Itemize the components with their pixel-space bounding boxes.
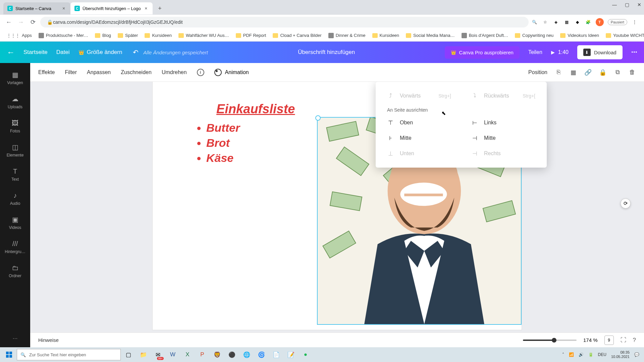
tray-volume-icon[interactable]: 🔊 [579, 352, 584, 357]
adjust-button[interactable]: Anpassen [87, 69, 111, 75]
bookmark-item[interactable]: Kursideen [142, 32, 174, 39]
sidebar-item-photos[interactable]: 🖼Fotos [0, 114, 30, 138]
send-backward-button[interactable]: ⤵ Rückwärts Strg+[ [471, 90, 535, 101]
notes-button[interactable]: Hinweise [38, 337, 59, 343]
bookmark-item[interactable]: Produktsuche - Mer… [36, 32, 91, 40]
align-bottom-button[interactable]: ⊥Unten [387, 148, 451, 159]
bookmark-item[interactable]: Youtube WICHTIG [603, 32, 644, 39]
bookmark-item[interactable]: Blog [92, 32, 114, 39]
file-menu[interactable]: Datei [56, 49, 70, 56]
taskbar-app-brave[interactable]: 🦁 [210, 349, 224, 361]
filter-button[interactable]: Filter [65, 69, 77, 75]
back-button[interactable]: ← [4, 17, 13, 27]
help-icon[interactable]: ? [633, 337, 636, 344]
taskbar-app-notepad[interactable]: 📝 [284, 349, 298, 361]
maximize-button[interactable]: ▢ [625, 2, 629, 7]
animation-button[interactable]: Animation [214, 69, 249, 76]
resize-button[interactable]: Größe ändern [78, 49, 122, 56]
info-icon[interactable]: i [197, 69, 204, 76]
bookmark-item[interactable]: Social Media Mana… [403, 32, 458, 39]
taskbar-search[interactable]: 🔍Zur Suche Text hier eingeben [17, 349, 121, 360]
profile-avatar[interactable]: T [596, 18, 604, 26]
home-link[interactable]: Startseite [23, 49, 48, 56]
transparency-icon[interactable]: ▦ [570, 69, 577, 76]
align-middle-h-button[interactable]: ⊣Mitte [471, 133, 535, 143]
new-tab-button[interactable]: + [155, 3, 165, 13]
sidebar-item-folder[interactable]: 🗀Ordner [0, 259, 30, 283]
apps-button[interactable]: ⋮⋮⋮Apps [4, 32, 35, 39]
reload-button[interactable]: ⟳ [28, 17, 38, 27]
copy-style-icon[interactable]: ⎘ [555, 69, 562, 76]
sidebar-item-text[interactable]: TText [0, 162, 30, 186]
zoom-value[interactable]: 174 % [583, 337, 598, 343]
bookmark-item[interactable]: Kursideen [370, 32, 402, 39]
lock-icon[interactable]: 🔒 [599, 69, 606, 76]
tray-notifications-icon[interactable]: 💬 [634, 352, 639, 357]
sidebar-item-background[interactable]: ///Hintergru… [0, 235, 30, 259]
task-view-button[interactable]: ▢ [121, 349, 136, 361]
taskbar-app[interactable]: 📄 [269, 349, 283, 361]
tray-language[interactable]: DEU [598, 352, 606, 357]
back-icon[interactable]: ← [7, 48, 15, 57]
bring-forward-button[interactable]: ⤴ Vorwärts Strg+] [387, 90, 451, 101]
align-top-button[interactable]: ⊤Oben [387, 117, 451, 128]
bookmark-item[interactable]: PDF Report [233, 32, 269, 39]
position-button[interactable]: Position [528, 69, 547, 75]
zoom-slider[interactable] [523, 340, 577, 341]
taskbar-app-mail[interactable]: ✉99+ [151, 349, 165, 361]
bookmark-item[interactable]: Dinner & Crime [326, 32, 368, 40]
document-title[interactable]: Überschrift hinzufügen [298, 49, 355, 56]
tray-battery-icon[interactable]: 🔋 [588, 352, 593, 357]
download-button[interactable]: Download [577, 45, 623, 59]
text-list[interactable]: Butter Brot Käse [196, 121, 240, 167]
taskbar-app-word[interactable]: W [166, 349, 180, 361]
extension-icon[interactable]: ◈ [553, 19, 559, 25]
taskbar-app-edge[interactable]: 🌀 [254, 349, 268, 361]
bookmark-item[interactable]: Videokurs Ideen [557, 32, 602, 39]
extension-icon[interactable]: ◆ [574, 19, 581, 25]
taskbar-app-obs[interactable]: ⚫ [225, 349, 239, 361]
tray-chevron-icon[interactable]: ˄ [562, 352, 564, 357]
bookmark-item[interactable]: Copywriting neu [512, 32, 556, 39]
minimize-button[interactable]: — [612, 2, 617, 7]
bookmark-item[interactable]: Cload + Canva Bilder [270, 32, 324, 39]
sidebar-more[interactable]: ··· [7, 329, 23, 347]
close-icon[interactable]: × [143, 6, 149, 11]
puzzle-icon[interactable]: 🧩 [585, 19, 592, 25]
star-icon[interactable]: ☆ [542, 19, 549, 25]
bookmark-item[interactable]: Wahlfächer WU Aus… [176, 32, 232, 39]
link-icon[interactable]: 🔗 [584, 69, 592, 76]
sync-paused-badge[interactable]: Pausiert [608, 19, 627, 25]
try-pro-button[interactable]: Canva Pro ausprobieren [445, 46, 520, 59]
taskbar-app-powerpoint[interactable]: P [195, 349, 209, 361]
delete-icon[interactable]: 🗑 [629, 69, 636, 76]
close-icon[interactable]: × [61, 6, 66, 11]
fullscreen-icon[interactable]: ⛶ [621, 337, 626, 344]
tray-clock[interactable]: 08:35 10.05.2021 [611, 350, 630, 359]
effects-button[interactable]: Effekte [38, 69, 55, 75]
sidebar-item-templates[interactable]: ▦Vorlagen [0, 66, 30, 90]
bookmark-item[interactable]: Später [115, 32, 141, 39]
taskbar-app-chrome[interactable]: 🌐 [239, 349, 254, 361]
taskbar-app-spotify[interactable]: ● [299, 349, 313, 361]
bookmark-item[interactable]: Bois d'Argent Duft… [459, 32, 511, 40]
undo-icon[interactable]: ↶ [133, 48, 139, 56]
flip-button[interactable]: Umdrehen [162, 69, 187, 75]
zoom-icon[interactable]: 🔍 [531, 19, 538, 25]
tray-wifi-icon[interactable]: 📶 [569, 352, 574, 357]
close-button[interactable]: ✕ [637, 2, 641, 7]
sidebar-item-uploads[interactable]: ☁Uploads [0, 90, 30, 114]
sidebar-item-elements[interactable]: ◫Elemente [0, 138, 30, 162]
slider-thumb[interactable] [552, 338, 556, 343]
sidebar-item-videos[interactable]: ▣Videos [0, 210, 30, 235]
text-heading[interactable]: Einkaufsliste [216, 102, 295, 116]
extension-icon[interactable]: ▦ [564, 19, 570, 25]
menu-icon[interactable]: ⋮ [631, 19, 638, 25]
taskbar-app-explorer[interactable]: 📁 [136, 349, 150, 361]
start-button[interactable] [2, 349, 16, 361]
crop-button[interactable]: Zuschneiden [121, 69, 152, 75]
align-left-button[interactable]: ⊢Links [471, 117, 535, 128]
forward-button[interactable]: → [16, 17, 25, 27]
align-middle-v-button[interactable]: ⊦Mitte [387, 133, 451, 143]
share-button[interactable]: Teilen [528, 49, 542, 55]
